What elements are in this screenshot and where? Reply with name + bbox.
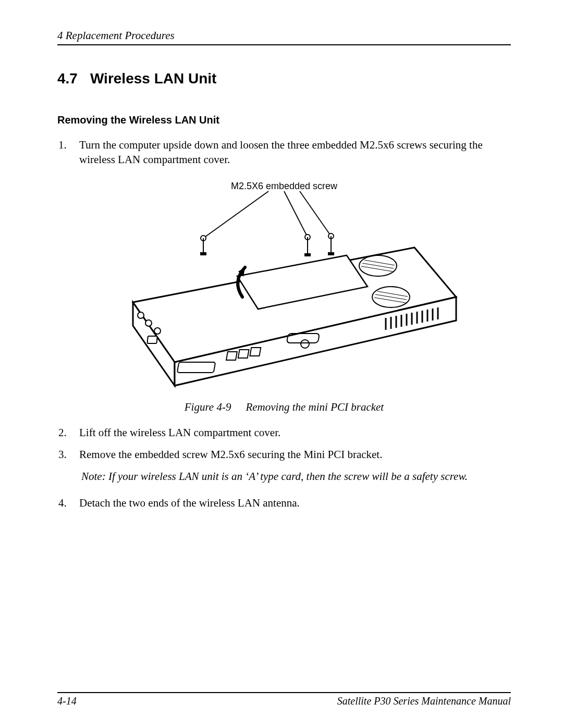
- step-2-text: Lift off the wireless LAN compartment co…: [79, 426, 280, 439]
- footer-manual-title: Satellite P30 Series Maintenance Manual: [337, 695, 511, 707]
- laptop-bottom-diagram-icon: M2.5X6 embedded screw: [102, 180, 467, 388]
- svg-point-39: [154, 328, 161, 334]
- page-footer: 4-14 Satellite P30 Series Maintenance Ma…: [57, 692, 511, 707]
- running-header: 4 Replacement Procedures: [57, 29, 511, 45]
- diagram-callout-label: M2.5X6 embedded screw: [231, 181, 338, 191]
- section-number: 4.7: [57, 70, 78, 87]
- figure-caption: Figure 4-9Removing the mini PCI bracket: [57, 401, 511, 414]
- procedure-steps-continued: Lift off the wireless LAN compartment co…: [57, 425, 511, 462]
- page: 4 Replacement Procedures 4.7Wireless LAN…: [0, 0, 563, 728]
- figure-4-9: M2.5X6 embedded screw: [57, 180, 511, 390]
- step-1-text: Turn the computer upside down and loosen…: [79, 139, 483, 166]
- step-4: Detach the two ends of the wireless LAN …: [79, 496, 511, 510]
- svg-line-2: [300, 191, 331, 236]
- section-heading: 4.7Wireless LAN Unit: [57, 70, 511, 87]
- step-1: Turn the computer upside down and loosen…: [79, 138, 511, 167]
- procedure-steps-final: Detach the two ends of the wireless LAN …: [57, 496, 511, 510]
- screw-icon: [328, 233, 334, 255]
- figure-caption-label: Figure 4-9: [185, 401, 231, 414]
- procedure-steps-top: Turn the computer upside down and loosen…: [57, 138, 511, 167]
- svg-rect-8: [305, 254, 310, 256]
- svg-rect-11: [328, 253, 334, 255]
- footer-page-number: 4-14: [57, 695, 77, 707]
- screw-icon: [305, 235, 310, 256]
- step-3-note: Note: If your wireless LAN unit is an ‘A…: [81, 469, 511, 484]
- screw-icon: [201, 236, 206, 255]
- svg-rect-5: [201, 253, 206, 255]
- svg-point-37: [138, 312, 144, 318]
- svg-point-38: [145, 320, 152, 326]
- step-3: Remove the embedded screw M2.5x6 securin…: [79, 447, 511, 462]
- subheading-removing: Removing the Wireless LAN Unit: [57, 114, 511, 126]
- step-2: Lift off the wireless LAN compartment co…: [79, 425, 511, 440]
- step-3-text: Remove the embedded screw M2.5x6 securin…: [79, 448, 382, 461]
- figure-caption-text: Removing the mini PCI bracket: [246, 401, 384, 413]
- svg-rect-40: [148, 336, 157, 343]
- step-4-text: Detach the two ends of the wireless LAN …: [79, 497, 300, 509]
- svg-line-0: [203, 191, 268, 238]
- section-title: Wireless LAN Unit: [90, 70, 216, 87]
